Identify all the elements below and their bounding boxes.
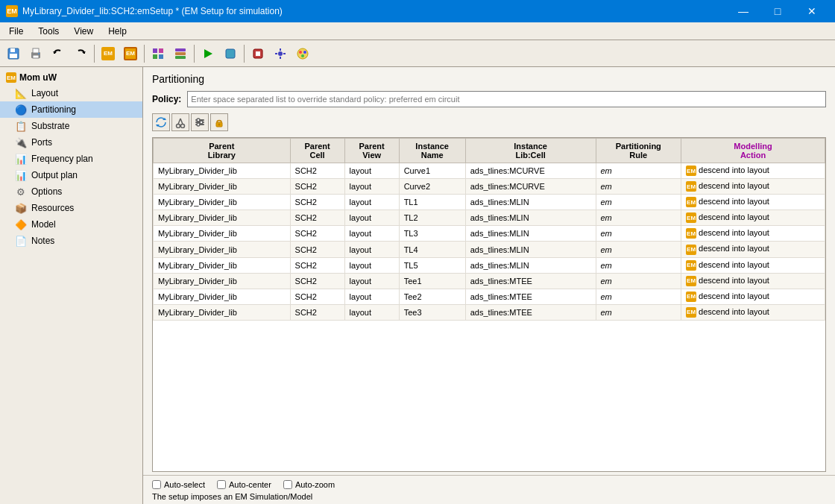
table-cell: TL3 bbox=[399, 226, 465, 242]
sidebar-item-resources[interactable]: 📦 Resources bbox=[0, 200, 142, 216]
substrate-icon: 📋 bbox=[15, 120, 27, 132]
menu-help[interactable]: Help bbox=[102, 25, 133, 38]
col-modelling-action: ModellingAction bbox=[681, 139, 825, 163]
menu-view[interactable]: View bbox=[68, 25, 99, 38]
table-row[interactable]: MyLibrary_Divider_libSCH2layoutCurve1ads… bbox=[154, 163, 825, 179]
menu-tools[interactable]: Tools bbox=[32, 25, 65, 38]
undo-button[interactable] bbox=[48, 43, 69, 64]
sidebar-item-ports[interactable]: 🔌 Ports bbox=[0, 134, 142, 151]
cut-button[interactable] bbox=[171, 113, 189, 131]
svg-rect-5 bbox=[33, 55, 39, 58]
table-cell: ads_tlines:MCURVE bbox=[465, 163, 596, 179]
svg-rect-9 bbox=[153, 48, 157, 53]
sidebar-title: Mom uW bbox=[19, 72, 57, 83]
frequency-icon: 📊 bbox=[15, 153, 27, 165]
table-row[interactable]: MyLibrary_Divider_libSCH2layoutTee2ads_t… bbox=[154, 289, 825, 304]
svg-rect-4 bbox=[33, 48, 39, 53]
table-cell: EMdescend into layout bbox=[681, 210, 825, 226]
table-row[interactable]: MyLibrary_Divider_libSCH2layoutTL4ads_tl… bbox=[154, 242, 825, 257]
auto-center-checkbox[interactable]: Auto-center bbox=[217, 480, 271, 489]
table-row[interactable]: MyLibrary_Divider_libSCH2layoutTee3ads_t… bbox=[154, 304, 825, 320]
table-cell: SCH2 bbox=[290, 273, 344, 289]
auto-zoom-input[interactable] bbox=[283, 480, 292, 489]
save-button[interactable] bbox=[3, 43, 24, 64]
table-row[interactable]: MyLibrary_Divider_libSCH2layoutCurve2ads… bbox=[154, 179, 825, 195]
sidebar-item-label: Notes bbox=[31, 236, 54, 246]
ports-icon: 🔌 bbox=[15, 136, 27, 148]
table-cell: layout bbox=[344, 226, 399, 242]
table-cell: ads_tlines:MTEE bbox=[465, 304, 596, 320]
table-cell: layout bbox=[344, 210, 399, 226]
svg-marker-16 bbox=[204, 49, 212, 58]
sidebar-em-icon: EM bbox=[6, 72, 16, 83]
sidebar-item-label: Layout bbox=[31, 88, 58, 98]
auto-center-input[interactable] bbox=[217, 480, 226, 489]
em-button1[interactable]: EM bbox=[98, 43, 119, 64]
table-cell: EMdescend into layout bbox=[681, 257, 825, 273]
table-cell: MyLibrary_Divider_lib bbox=[154, 226, 291, 242]
policy-input[interactable] bbox=[187, 91, 826, 107]
table-row[interactable]: MyLibrary_Divider_libSCH2layoutTee1ads_t… bbox=[154, 273, 825, 289]
stop-button[interactable] bbox=[220, 43, 241, 64]
sidebar-item-label: Substrate bbox=[31, 121, 69, 131]
table-row[interactable]: MyLibrary_Divider_libSCH2layoutTL3ads_tl… bbox=[154, 226, 825, 242]
print-button[interactable] bbox=[25, 43, 46, 64]
table-cell: em bbox=[596, 195, 681, 210]
sidebar-item-layout[interactable]: 📐 Layout bbox=[0, 85, 142, 101]
svg-point-38 bbox=[218, 124, 221, 126]
redo-button[interactable] bbox=[70, 43, 91, 64]
sidebar-item-label: Frequency plan bbox=[31, 154, 93, 164]
col-parent-library: ParentLibrary bbox=[154, 139, 291, 163]
minimize-button[interactable]: — bbox=[726, 0, 760, 22]
title-bar: EM MyLibrary_Divider_lib:SCH2:emSetup * … bbox=[0, 0, 835, 22]
table-cell: layout bbox=[344, 289, 399, 304]
sidebar-item-partitioning[interactable]: 🔵 Partitioning bbox=[0, 101, 142, 118]
table-row[interactable]: MyLibrary_Divider_libSCH2layoutTL5ads_tl… bbox=[154, 257, 825, 273]
table-cell: EMdescend into layout bbox=[681, 163, 825, 179]
table-cell: TL4 bbox=[399, 242, 465, 257]
settings-button[interactable] bbox=[270, 43, 291, 64]
table-row[interactable]: MyLibrary_Divider_libSCH2layoutTL1ads_tl… bbox=[154, 195, 825, 210]
sidebar-item-model[interactable]: 🔶 Model bbox=[0, 216, 142, 233]
table-cell: layout bbox=[344, 257, 399, 273]
sidebar-item-frequency[interactable]: 📊 Frequency plan bbox=[0, 151, 142, 167]
lock-button[interactable] bbox=[210, 113, 228, 131]
table-row[interactable]: MyLibrary_Divider_libSCH2layoutTL2ads_tl… bbox=[154, 210, 825, 226]
auto-select-checkbox[interactable]: Auto-select bbox=[152, 480, 205, 489]
table-cell: MyLibrary_Divider_lib bbox=[154, 179, 291, 195]
sidebar-item-output[interactable]: 📊 Output plan bbox=[0, 167, 142, 183]
settings2-button[interactable] bbox=[191, 113, 209, 131]
table-cell: SCH2 bbox=[290, 289, 344, 304]
close-button[interactable]: ✕ bbox=[795, 0, 829, 22]
auto-select-input[interactable] bbox=[152, 480, 161, 489]
svg-rect-1 bbox=[10, 48, 15, 52]
menu-file[interactable]: File bbox=[3, 25, 29, 38]
refresh-button[interactable] bbox=[152, 113, 170, 131]
svg-point-23 bbox=[303, 51, 306, 54]
table-cell: SCH2 bbox=[290, 304, 344, 320]
run-button[interactable] bbox=[198, 43, 218, 64]
sidebar-item-substrate[interactable]: 📋 Substrate bbox=[0, 118, 142, 134]
em-button2[interactable]: EM bbox=[120, 43, 141, 64]
maximize-button[interactable]: □ bbox=[760, 0, 795, 22]
layers-button[interactable] bbox=[170, 43, 191, 64]
sidebar-item-notes[interactable]: 📄 Notes bbox=[0, 233, 142, 249]
table-cell: em bbox=[596, 163, 681, 179]
palette-button[interactable] bbox=[292, 43, 313, 64]
component-button[interactable] bbox=[248, 43, 268, 64]
svg-rect-17 bbox=[226, 49, 235, 58]
grid-button[interactable] bbox=[148, 43, 168, 64]
table-cell: Curve2 bbox=[399, 179, 465, 195]
sidebar-item-label: Model bbox=[31, 219, 56, 230]
main-container: EM Mom uW 📐 Layout 🔵 Partitioning 📋 Subs… bbox=[0, 67, 835, 504]
table-cell: SCH2 bbox=[290, 226, 344, 242]
svg-rect-12 bbox=[159, 54, 163, 59]
table-cell: TL5 bbox=[399, 257, 465, 273]
sidebar-item-options[interactable]: ⚙ Options bbox=[0, 183, 142, 200]
table-cell: Tee2 bbox=[399, 289, 465, 304]
table-cell: layout bbox=[344, 273, 399, 289]
table-cell: layout bbox=[344, 163, 399, 179]
table-cell: em bbox=[596, 226, 681, 242]
auto-zoom-checkbox[interactable]: Auto-zoom bbox=[283, 480, 335, 489]
table-cell: ads_tlines:MCURVE bbox=[465, 179, 596, 195]
